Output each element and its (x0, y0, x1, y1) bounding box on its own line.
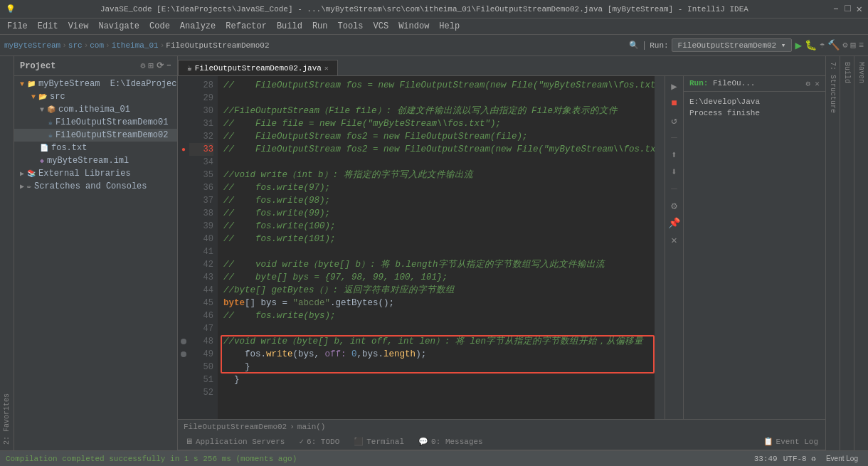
code-line-45: byte[] bys = "abcde".getBytes(); (223, 297, 649, 309)
maven-tab[interactable]: Maven (857, 62, 865, 83)
code-scrollbar[interactable] (655, 76, 665, 419)
code-line-44: //byte[] getBytes（）: 返回字符串对应的字节数组 (223, 284, 649, 297)
toolbar-icon-1[interactable]: ⚙ (842, 40, 847, 51)
tree-item-com[interactable]: ▼ 📦 com.itheima_01 (14, 103, 177, 116)
tab-app-servers[interactable]: 🖥 Application Servers (178, 435, 292, 448)
scroll-down-icon[interactable]: ⬇ (667, 164, 682, 179)
sidebar-collapse-icon[interactable]: – (166, 60, 171, 71)
maximize-button[interactable]: □ (845, 3, 850, 15)
scroll-up-icon[interactable]: ⬆ (667, 147, 682, 161)
tree-item-libraries[interactable]: ▶ 📚 External Libraries (14, 167, 177, 180)
menu-view[interactable]: View (64, 20, 93, 33)
debug-button[interactable]: 🐛 (805, 39, 817, 51)
breadcrumb-src[interactable]: src (68, 41, 83, 50)
tree-label-fostxt: fos.txt (51, 143, 174, 153)
code-line-33: // FileOutputStream fos2 = new FileOutpu… (223, 143, 649, 156)
close-panel-icon[interactable]: ✕ (667, 233, 682, 247)
gutter-42 (178, 258, 189, 271)
code-line-32: // FileOutputStream fos2 = new FileOutpu… (223, 130, 649, 143)
coverage-button[interactable]: ☂ (820, 40, 825, 51)
structure-tab[interactable]: 7: Structure (829, 62, 837, 113)
process-text: Process finishe (689, 109, 760, 117)
toolbar-icon-3[interactable]: ≡ (859, 41, 864, 51)
ln-44: 44 (189, 284, 213, 297)
menu-window[interactable]: Window (394, 20, 433, 33)
build-tab[interactable]: Build (843, 62, 851, 83)
run-icon[interactable]: ▶ (667, 79, 682, 93)
pin-icon[interactable]: 📌 (667, 216, 682, 230)
sidebar-layout-icon[interactable]: ⊞ (149, 60, 154, 71)
code-line-47 (223, 322, 649, 335)
breadcrumb-com[interactable]: com (90, 41, 104, 50)
breadcrumb-itheima[interactable]: itheima_01 (112, 41, 159, 50)
code-content[interactable]: // FileOutputStream fos = new FileOutput… (218, 76, 655, 419)
menu-navigate[interactable]: Navigate (94, 20, 144, 33)
menu-tools[interactable]: Tools (334, 20, 368, 33)
code-line-40: // fos.write(101); (223, 233, 649, 245)
menu-vcs[interactable]: VCS (369, 20, 393, 33)
breadcrumb-footer-file[interactable]: FileOutputStreamDemo02 (184, 423, 287, 431)
menu-file[interactable]: File (3, 20, 32, 33)
editor-tab-main[interactable]: ☕ FileOutputStreamDemo02.java ✕ (178, 60, 338, 75)
toolbar-icon-2[interactable]: ▤ (851, 40, 856, 51)
menu-build[interactable]: Build (272, 20, 307, 33)
close-button[interactable]: ✕ (857, 3, 862, 15)
ln-33: 33 (189, 143, 213, 156)
ln-30: 30 (189, 105, 213, 117)
breadcrumb-footer-method[interactable]: main() (297, 423, 326, 431)
process-finished: Process finishe (689, 109, 820, 117)
menu-run[interactable]: Run (308, 20, 332, 33)
stop-icon[interactable]: ■ (667, 96, 682, 110)
tab-todo[interactable]: ✓ 6: TODO (292, 435, 346, 448)
gutter-44 (178, 284, 189, 297)
tree-item-src[interactable]: ▼ 📂 src (14, 90, 177, 103)
java-file-icon-1: ☕ (48, 118, 53, 127)
run-button[interactable]: ▶ (795, 38, 802, 53)
run-config-dropdown[interactable]: FileOutputStreamDem02 ▾ (672, 38, 793, 52)
sidebar-controls: ⚙ ⊞ ⟳ – (140, 60, 171, 71)
tree-item-mybytestream[interactable]: ▼ 📁 myByteStream E:\IdeaProjects\Java (14, 78, 177, 90)
minimize-button[interactable]: – (833, 3, 839, 15)
sidebar-filter-icon[interactable]: ⟳ (157, 60, 164, 71)
gutter-43 (178, 271, 189, 284)
red-box-container: //void write（byte[] b, int off, int len）… (223, 335, 649, 374)
ln-41: 41 (189, 245, 213, 258)
window-controls: – □ ✕ (833, 3, 862, 15)
breadcrumb-separator: › (290, 423, 295, 431)
tree-item-scratches[interactable]: ▶ ✏ Scratches and Consoles (14, 180, 177, 193)
rerun-icon[interactable]: ↺ (667, 113, 682, 127)
menu-help[interactable]: Help (435, 20, 464, 33)
tree-item-demo01[interactable]: ☕ FileOutputStreamDemo01 (14, 116, 177, 129)
gutter-50 (178, 361, 189, 374)
tree-item-demo02[interactable]: ☕ FileOutputStreamDemo02 (14, 129, 177, 142)
favorites-tab[interactable]: 2: Favorites (3, 393, 11, 445)
event-log-button[interactable]: Event Log (822, 454, 862, 463)
sidebar-settings-icon[interactable]: ⚙ (140, 60, 145, 71)
tree-item-iml[interactable]: ◆ myByteStream.iml (14, 154, 177, 167)
tree-label-demo01: FileOutputStreamDemo01 (55, 117, 174, 127)
breadcrumb-file[interactable]: FileOutputStreamDemo02 (166, 41, 269, 50)
build-button[interactable]: 🔨 (827, 39, 840, 51)
breadcrumb-project[interactable]: myByteStream (4, 41, 60, 50)
event-log-icon: 📋 (763, 437, 773, 446)
run-output-panel: Run: FileOu... ⚙ ✕ E:\develop\Java Proce… (683, 76, 825, 419)
tab-messages[interactable]: 💬 0: Messages (411, 435, 490, 448)
settings-icon[interactable]: ⚙ (667, 198, 682, 213)
project-sidebar: Project ⚙ ⊞ ⟳ – ▼ 📁 myByteStream E:\Idea… (14, 56, 178, 450)
search-icon[interactable]: 🔍 (629, 41, 639, 50)
gutter-40 (178, 233, 189, 245)
cursor-position[interactable]: 33:49 (754, 455, 778, 463)
menu-edit[interactable]: Edit (33, 20, 63, 33)
encoding-indicator[interactable]: UTF-8 ♻ (783, 454, 816, 463)
tree-item-fostxt[interactable]: 📄 fos.txt (14, 142, 177, 154)
tab-close-button[interactable]: ✕ (324, 64, 329, 73)
run-panel-header: Run: FileOu... ⚙ ✕ (684, 76, 825, 92)
menu-code[interactable]: Code (145, 20, 174, 33)
menu-analyze[interactable]: Analyze (176, 20, 220, 33)
title-bar: 💡 JavaSE_Code [E:\IdeaProjects\JavaSE_Co… (0, 0, 868, 18)
tab-event-log[interactable]: 📋 Event Log (756, 435, 825, 448)
run-panel-controls: ⚙ ✕ (805, 79, 820, 88)
code-line-39: // fos.write(100); (223, 220, 649, 233)
menu-refactor[interactable]: Refactor (221, 20, 271, 33)
tab-terminal[interactable]: ⬛ Terminal (346, 435, 411, 448)
